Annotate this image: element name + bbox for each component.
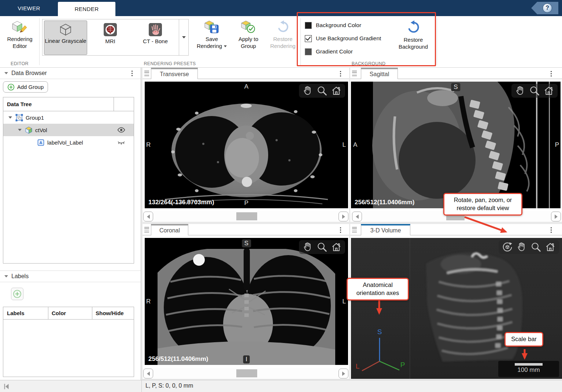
column-divider	[48, 307, 48, 320]
rotate-icon[interactable]	[502, 242, 513, 253]
preset-ct-bone[interactable]: CT - Bone	[133, 20, 178, 55]
pan-icon[interactable]	[515, 85, 526, 96]
visibility-off-icon[interactable]	[117, 138, 126, 147]
transverse-tab[interactable]: Transverse	[151, 68, 198, 79]
coronal-menu-button[interactable]	[339, 226, 343, 234]
axes-callout: Anatomical orientation axes	[347, 278, 409, 300]
save-rendering-button[interactable]: Save Rendering	[193, 20, 230, 50]
scroll-right-button[interactable]	[551, 212, 561, 221]
help-button[interactable]: ?	[531, 2, 558, 14]
coronal-image[interactable]	[145, 238, 348, 365]
home-icon[interactable]	[543, 85, 554, 96]
zoom-icon[interactable]	[317, 85, 328, 96]
coronal-slice-readout: 256/512(11.0406mm)	[148, 355, 208, 363]
scroll-left-button[interactable]	[143, 212, 153, 221]
sagittal-tabbar: Sagittal	[350, 68, 562, 79]
volume-menu-button[interactable]	[549, 226, 553, 234]
tree-row-group1[interactable]: Group1	[3, 111, 134, 124]
drag-handle-icon[interactable]	[144, 71, 149, 76]
drag-handle-icon[interactable]	[352, 227, 357, 232]
expander-icon[interactable]	[8, 116, 12, 119]
pan-icon[interactable]	[516, 242, 527, 253]
sagittal-viewport[interactable]: S A P 256/512(11.0406mm)	[351, 82, 561, 208]
collapse-data-browser-icon[interactable]	[4, 72, 8, 74]
sagittal-menu-button[interactable]	[549, 70, 553, 78]
use-background-gradient-label: Use Background Gradient	[316, 35, 381, 42]
restore-rendering-button[interactable]: Restore Rendering	[266, 20, 299, 50]
transverse-image[interactable]	[145, 82, 348, 208]
transverse-viewport[interactable]: A P R L 132/264(-136.8703mm)	[145, 82, 348, 208]
background-color-row[interactable]: Background Color	[305, 21, 381, 30]
scroll-right-button[interactable]	[339, 369, 348, 378]
scrollbar-thumb[interactable]	[236, 212, 257, 220]
gradient-color-row[interactable]: Gradient Color	[305, 47, 381, 56]
background-section-label: BACKGROUND	[300, 61, 437, 66]
collapse-labels-icon[interactable]	[4, 275, 8, 277]
scrollbar-thumb[interactable]	[236, 369, 257, 377]
coronal-viewport[interactable]: S I R L 256/512(11.0406mm)	[145, 238, 348, 365]
volume-tab[interactable]: 3-D Volume	[361, 224, 410, 235]
collapse-panel-icon[interactable]	[3, 382, 11, 391]
use-background-gradient-checkbox[interactable]	[305, 35, 312, 42]
render-ribbon: Rendering Editor EDITOR Linear Grayscale	[0, 16, 562, 68]
data-tree-table: Data Tree Group1	[3, 97, 134, 264]
transverse-tab-label: Transverse	[160, 71, 189, 78]
gradient-color-swatch[interactable]	[305, 48, 312, 55]
visibility-on-icon[interactable]	[117, 126, 126, 134]
drag-handle-icon[interactable]	[352, 71, 357, 76]
pan-icon[interactable]	[302, 242, 313, 253]
use-background-gradient-row[interactable]: Use Background Gradient	[305, 34, 381, 43]
tab-render[interactable]: RENDER	[58, 2, 115, 16]
editor-section-label: EDITOR	[0, 61, 39, 66]
coronal-tab[interactable]: Coronal	[151, 224, 188, 235]
sagittal-image[interactable]	[351, 82, 561, 208]
apply-to-group-button[interactable]: Apply to Group	[232, 20, 265, 50]
coronal-tabbar: Coronal	[143, 224, 349, 235]
rendering-editor-button[interactable]: Rendering Editor	[2, 20, 37, 50]
labels-table-header: Labels Color Show/Hide	[3, 307, 134, 320]
pan-icon[interactable]	[302, 85, 313, 96]
home-icon[interactable]	[331, 85, 342, 96]
preset-mri[interactable]: MRI	[91, 20, 130, 55]
cursor-coordinates: L, P, S: 0, 0, 0 mm	[145, 382, 193, 389]
preset-linear-grayscale[interactable]: Linear Grayscale	[44, 20, 87, 55]
tab-viewer[interactable]: VIEWER	[0, 0, 58, 16]
tree-row-ctvol[interactable]: ctVol	[3, 124, 134, 136]
sagittal-tab[interactable]: Sagittal	[361, 68, 398, 79]
transverse-slice-scrollbar[interactable]	[143, 211, 349, 222]
add-label-button[interactable]	[11, 288, 23, 300]
volume-toolbar	[499, 240, 559, 254]
volume-tab-label: 3-D Volume	[370, 227, 401, 234]
apply-to-group-icon	[241, 20, 256, 34]
scale-bar-widget: 100 mm	[498, 361, 559, 377]
restore-background-button[interactable]: Restore Background	[395, 20, 432, 51]
gallery-dropdown-button[interactable]	[179, 19, 188, 55]
transverse-menu-button[interactable]	[339, 70, 343, 78]
scroll-left-button[interactable]	[143, 369, 153, 378]
data-browser-menu-button[interactable]	[130, 69, 134, 78]
scroll-right-button[interactable]	[339, 212, 348, 221]
scroll-left-button[interactable]	[352, 212, 362, 221]
expander-icon[interactable]	[18, 129, 22, 131]
orientation-label-superior: S	[451, 83, 460, 91]
zoom-icon[interactable]	[529, 85, 540, 96]
orientation-axes-widget: S L P	[354, 325, 405, 372]
background-color-swatch[interactable]	[305, 22, 312, 29]
home-icon[interactable]	[545, 242, 556, 253]
zoom-icon[interactable]	[317, 242, 328, 253]
volume-viewport[interactable]: S L P 100 mm	[351, 238, 562, 379]
home-icon[interactable]	[331, 242, 342, 253]
tab-render-label: RENDER	[75, 6, 99, 12]
tree-row-labelvol[interactable]: A labelVol_Label	[3, 136, 134, 149]
arrow-left-icon	[147, 372, 150, 376]
orientation-label-posterior: P	[244, 199, 248, 207]
labels-column-header: Labels	[7, 310, 25, 316]
axis-left-label: L	[356, 362, 360, 370]
plus-circle-icon	[13, 290, 22, 298]
zoom-icon[interactable]	[530, 242, 541, 253]
add-group-button[interactable]: Add Group	[3, 81, 48, 93]
drag-handle-icon[interactable]	[144, 227, 149, 232]
save-rendering-icon	[204, 20, 219, 34]
save-rendering-caret-icon	[224, 45, 227, 47]
coronal-slice-scrollbar[interactable]	[143, 368, 349, 379]
